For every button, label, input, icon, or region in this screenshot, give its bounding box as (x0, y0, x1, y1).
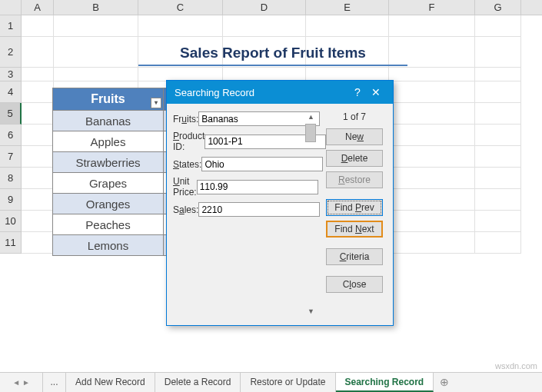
dialog-titlebar[interactable]: Searching Record ? ✕ (167, 81, 393, 104)
tab-nav-arrows[interactable]: ◄ ► (0, 373, 43, 392)
row-header-8[interactable]: 8 (0, 168, 22, 189)
row-header-1[interactable]: 1 (0, 15, 22, 37)
delete-button[interactable]: Delete (326, 150, 383, 167)
row-header-5[interactable]: 5 (0, 103, 22, 125)
tab-delete-a-record[interactable]: Delete a Record (155, 373, 241, 392)
row-header-3[interactable]: 3 (0, 68, 22, 81)
cell-fruit: Lemons (53, 234, 164, 255)
tab-restore-or-update[interactable]: Restore or Update (241, 373, 335, 392)
restore-button: Restore (326, 171, 383, 188)
dialog-title: Searching Record (175, 87, 348, 98)
cell-fruit: Strawberries (53, 151, 164, 172)
col-header-b[interactable]: B (54, 0, 138, 15)
row-header-6[interactable]: 6 (0, 125, 22, 146)
find-next-button[interactable]: Find Next (326, 221, 383, 238)
col-header-c[interactable]: C (138, 0, 223, 15)
col-header-e[interactable]: E (306, 0, 389, 15)
label-fruits: Fruits: (173, 114, 198, 125)
label-product-id: Product ID: (173, 131, 204, 152)
find-prev-button[interactable]: Find Prev (326, 199, 383, 216)
new-button[interactable]: New (326, 128, 383, 145)
scroll-down-icon[interactable]: ▼ (305, 306, 317, 317)
input-fruits[interactable] (198, 111, 320, 126)
row-header-4[interactable]: 4 (0, 81, 22, 103)
tab-add-new-record[interactable]: Add New Record (66, 373, 155, 392)
row-header-9[interactable]: 9 (0, 189, 22, 211)
sheet-tab-bar: ◄ ► ... Add New Record Delete a Record R… (0, 372, 542, 392)
data-form-dialog: Searching Record ? ✕ Fruits: Product ID:… (166, 80, 394, 326)
col-header-d[interactable]: D (223, 0, 306, 15)
scroll-up-icon[interactable]: ▲ (305, 111, 317, 123)
input-unit-price[interactable] (197, 180, 318, 194)
label-unit-price: Unit Price: (173, 176, 197, 198)
record-scrollbar[interactable]: ▲ ▼ (305, 111, 318, 317)
cell-fruit: Bananas (53, 110, 164, 131)
row-header-10[interactable]: 10 (0, 211, 22, 232)
cell-fruit: Peaches (53, 214, 164, 234)
form-fields: Fruits: Product ID: States: Unit Price: … (173, 111, 304, 317)
row-header-2[interactable]: 2 (0, 37, 22, 68)
row-header-11[interactable]: 11 (0, 232, 22, 254)
label-states: States: (173, 159, 201, 170)
header-fruits: Fruits▾ (53, 88, 164, 110)
close-icon[interactable]: ✕ (367, 86, 385, 98)
watermark: wsxdn.com (495, 361, 537, 370)
column-headers: A B C D E F G (0, 0, 542, 15)
criteria-button[interactable]: Criteria (326, 248, 383, 265)
select-all-corner[interactable] (0, 0, 22, 15)
page-title: Sales Report of Fruit Items (138, 45, 407, 66)
filter-icon[interactable]: ▾ (151, 98, 161, 108)
help-icon[interactable]: ? (348, 86, 367, 98)
col-header-a[interactable]: A (22, 0, 54, 15)
tab-searching-record[interactable]: Searching Record (336, 373, 434, 392)
col-header-f[interactable]: F (389, 0, 475, 15)
record-counter: 1 of 7 (322, 111, 387, 122)
dialog-buttons: 1 of 7 New Delete Restore Find Prev Find… (318, 111, 387, 317)
add-sheet-icon[interactable]: ⊕ (434, 373, 455, 392)
scroll-thumb[interactable] (305, 124, 316, 142)
row-header-7[interactable]: 7 (0, 146, 22, 168)
input-sales[interactable] (198, 202, 320, 217)
label-sales: Sales: (173, 204, 198, 215)
tab-overflow[interactable]: ... (43, 373, 66, 392)
col-header-g[interactable]: G (475, 0, 521, 15)
cell-fruit: Apples (53, 131, 164, 151)
cell-fruit: Grapes (53, 172, 164, 193)
cell-fruit: Oranges (53, 193, 164, 214)
close-button[interactable]: Close (326, 276, 383, 293)
